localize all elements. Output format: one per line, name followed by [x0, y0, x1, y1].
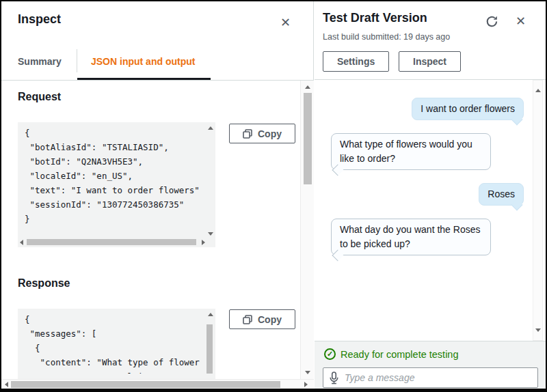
chat-message-bot: What day do you want the Roses to be pic…: [331, 219, 491, 255]
response-heading: Response: [18, 277, 70, 290]
response-json-box[interactable]: { "messages": [ { "content": "What type …: [18, 309, 215, 382]
panel-vertical-scrollbar[interactable]: [300, 81, 314, 379]
check-circle-icon: ✓: [324, 348, 336, 360]
close-icon[interactable]: ✕: [280, 16, 291, 29]
copy-button-label: Copy: [258, 128, 282, 139]
request-json-box[interactable]: { "botAliasId": "TSTALIASID", "botId": "…: [18, 122, 215, 247]
chat-message-user: Roses: [479, 183, 524, 206]
chat-vertical-scrollbar[interactable]: [533, 80, 543, 341]
vertical-scrollbar-thumb[interactable]: [206, 324, 213, 374]
scroll-up-icon[interactable]: [305, 85, 310, 89]
tab-divider: [77, 49, 77, 72]
scroll-right-icon[interactable]: [304, 382, 308, 387]
settings-button[interactable]: Settings: [323, 51, 389, 72]
last-build-subtitle: Last build submitted: 19 days ago: [323, 32, 450, 42]
request-json-code: { "botAliasId": "TSTALIASID", "botId": "…: [25, 126, 205, 238]
response-json-code: { "messages": [ { "content": "What type …: [25, 312, 205, 374]
scroll-left-icon[interactable]: [5, 382, 8, 387]
app-window: Inspect ✕ Summary JSON input and output …: [0, 0, 547, 392]
refresh-icon: [485, 15, 498, 28]
refresh-button[interactable]: [485, 15, 498, 30]
copy-response-button[interactable]: Copy: [229, 309, 295, 329]
chat-message-user: I want to order flowers: [412, 98, 524, 120]
test-panel-title: Test Draft Version: [323, 11, 427, 25]
chat-message-bot: What type of flowers would you like to o…: [331, 133, 491, 170]
message-input[interactable]: [345, 372, 532, 383]
panel-horizontal-scrollbar[interactable]: [1, 379, 314, 389]
tab-summary[interactable]: Summary: [18, 56, 62, 67]
test-draft-panel: Test Draft Version ✕ Last build submitte…: [315, 1, 546, 389]
vertical-scrollbar-thumb[interactable]: [304, 93, 312, 184]
message-input-container: [323, 367, 538, 388]
inspect-panel-title: Inspect: [18, 12, 61, 27]
scroll-up-icon[interactable]: [208, 313, 213, 316]
chat-footer: ✓ Ready for complete testing: [315, 341, 546, 389]
scroll-left-icon[interactable]: [20, 240, 23, 245]
tab-json-input-output[interactable]: JSON input and output: [91, 56, 195, 67]
request-vertical-scrollbar[interactable]: [207, 124, 214, 238]
status-text: Ready for complete testing: [341, 349, 458, 360]
copy-icon: [243, 129, 252, 139]
copy-request-button[interactable]: Copy: [229, 124, 295, 143]
chat-transcript: I want to order flowers What type of flo…: [315, 80, 532, 341]
scroll-down-icon[interactable]: [208, 232, 213, 236]
request-heading: Request: [18, 91, 61, 103]
close-icon[interactable]: ✕: [516, 15, 526, 27]
copy-button-label: Copy: [258, 314, 282, 325]
scroll-up-icon[interactable]: [208, 126, 213, 130]
request-horizontal-scrollbar[interactable]: [19, 239, 206, 246]
scroll-up-icon[interactable]: [535, 89, 541, 92]
scroll-down-icon[interactable]: [535, 328, 541, 332]
microphone-icon[interactable]: [329, 372, 339, 384]
scroll-right-icon[interactable]: [202, 240, 205, 245]
horizontal-scrollbar-thumb[interactable]: [27, 239, 196, 245]
status-row: ✓ Ready for complete testing: [324, 348, 458, 360]
scroll-down-icon[interactable]: [305, 371, 310, 374]
tabs-bottom-border: [1, 80, 314, 81]
inspect-button[interactable]: Inspect: [399, 51, 461, 72]
copy-icon: [243, 315, 252, 324]
response-vertical-scrollbar[interactable]: [207, 311, 214, 373]
horizontal-scrollbar-thumb[interactable]: [11, 381, 280, 388]
inspect-panel: Inspect ✕ Summary JSON input and output …: [1, 1, 314, 389]
